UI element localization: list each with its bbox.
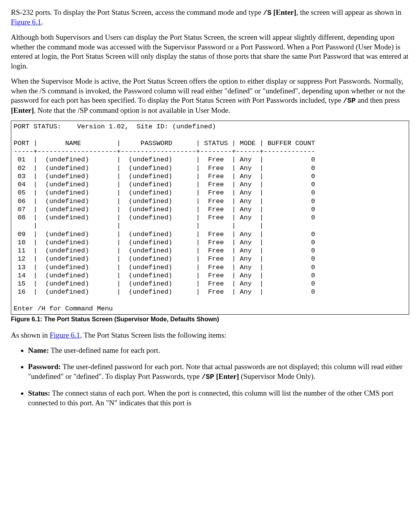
paragraph-4: As shown in Figure 6.1, The Port Status … [11,331,409,340]
figure-caption: Figure 6.1: The Port Status Screen (Supe… [11,315,409,324]
list-item-name: Name: The user-defined name for each por… [28,346,409,356]
password-label: Password: [28,363,61,371]
name-label: Name: [28,346,49,354]
list-item-status: Status: The connect status of each port.… [28,389,409,408]
port-status-terminal: PORT STATUS: Version 1.02, Site ID: (und… [11,121,409,315]
list-item-password: Password: The user-defined password for … [28,362,409,382]
paragraph-2: Although both Supervisors and Users can … [11,33,409,71]
para4-t2: The Port Status Screen lists the followi… [82,331,226,339]
status-text: The connect status of each port. When th… [28,389,394,407]
para4-t1: As shown in [11,331,50,339]
status-label: Status: [28,389,50,397]
paragraph-1: RS-232 ports. To display the Port Status… [11,8,409,27]
para1-lead: RS-232 ports. To display the Port Status… [11,8,263,16]
figure-6-1-link-2[interactable]: Figure 6.1, [50,331,82,339]
para3-italic: with [238,96,250,104]
item-list: Name: The user-defined name for each por… [11,346,409,408]
para3-t3: and then press [356,96,400,104]
paragraph-3: When the Supervisor Mode is active, the … [11,77,409,115]
para3-t2: Port Passwords included, type [250,96,343,104]
figure-6-1-link[interactable]: Figure 6.1 [11,18,41,26]
code-s: /S [263,9,271,17]
para1-end: . [41,18,43,26]
name-text: The user-defined name for each port. [49,346,160,354]
enter-label: [Enter] [273,8,296,16]
para3-t4: . Note that the /SP command option is no… [34,106,230,114]
code-sp: /SP [343,97,355,105]
para1-after: , the screen will appear as shown in [296,8,401,16]
enter-label-2: [Enter] [11,106,34,114]
enter-label-3: [Enter] [216,372,239,380]
password-text2: (Supervisor Mode Only). [239,372,315,380]
code-sp-2: /SP [201,373,214,381]
